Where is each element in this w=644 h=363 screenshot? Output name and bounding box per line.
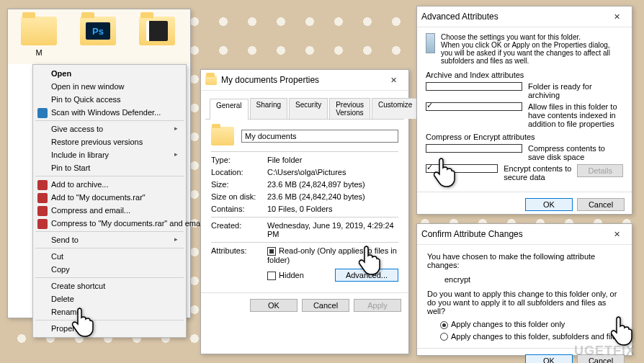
- close-icon[interactable]: ✕: [606, 9, 627, 24]
- archive-icon: [37, 219, 48, 229]
- menu-create-shortcut[interactable]: Create shortcut: [35, 279, 184, 292]
- menu-restore-versions[interactable]: Restore previous versions: [35, 135, 184, 148]
- radio-label: Apply changes to this folder, subfolders…: [451, 332, 620, 341]
- section-compress-label: Compress or Encrypt attributes: [426, 133, 623, 141]
- hidden-checkbox-row[interactable]: Hidden: [267, 271, 304, 280]
- menu-delete[interactable]: Delete: [35, 292, 184, 305]
- menu-copy[interactable]: Copy: [35, 263, 184, 276]
- tab-customize[interactable]: Customize: [372, 98, 419, 119]
- folder-icon: [21, 17, 57, 45]
- menu-pin-quick-access[interactable]: Pin to Quick access: [35, 93, 184, 106]
- menu-add-archive[interactable]: Add to archive...: [35, 178, 184, 191]
- radio-folder-only[interactable]: Apply changes to this folder only: [440, 320, 622, 329]
- separator: [211, 217, 398, 218]
- archive-icon: [37, 206, 48, 216]
- menu-include-library[interactable]: Include in library: [35, 148, 184, 161]
- menu-give-access[interactable]: Give access to: [35, 122, 184, 135]
- menu-send-to[interactable]: Send to: [35, 233, 184, 246]
- close-icon[interactable]: ✕: [606, 227, 627, 241]
- close-icon[interactable]: ✕: [383, 73, 404, 87]
- checkbox-icon: [267, 272, 276, 280]
- checkbox-label: Allow files in this folder to have conte…: [528, 102, 623, 128]
- allow-indexing-checkbox[interactable]: Allow files in this folder to have conte…: [426, 102, 623, 128]
- dialog-button-row: OK Cancel Apply: [201, 292, 408, 318]
- folder-photoshop[interactable]: [77, 17, 119, 57]
- tab-previous-versions[interactable]: Previous Versions: [329, 98, 370, 119]
- label-attributes: Attributes:: [211, 246, 267, 282]
- value-size: 23.6 MB (24,824,897 bytes): [267, 180, 398, 189]
- compress-checkbox[interactable]: Compress contents to save disk space: [426, 144, 623, 161]
- menu-label: Add to archive...: [51, 180, 109, 189]
- menu-pin-start[interactable]: Pin to Start: [35, 161, 184, 174]
- advanced-button[interactable]: Advanced...: [335, 269, 398, 282]
- radio-icon: [440, 321, 448, 329]
- checkbox-icon: [426, 164, 498, 173]
- ok-button[interactable]: OK: [250, 299, 298, 312]
- readonly-checkbox-row[interactable]: Read-only (Only applies to files in fold…: [267, 246, 398, 264]
- ready-archiving-checkbox[interactable]: Folder is ready for archiving: [426, 82, 623, 99]
- cancel-button[interactable]: Cancel: [577, 198, 625, 211]
- separator: [35, 320, 184, 321]
- folder-name-input[interactable]: [241, 130, 398, 143]
- titlebar[interactable]: My documents Properties ✕: [201, 70, 408, 91]
- menu-label: Scan with Windows Defender...: [51, 108, 161, 117]
- window-title: My documents Properties: [221, 75, 383, 85]
- checkbox-icon: [426, 102, 522, 111]
- menu-compress-email[interactable]: Compress and email...: [35, 204, 184, 217]
- checkbox-label: Folder is ready for archiving: [528, 82, 623, 99]
- menu-scan-defender[interactable]: Scan with Windows Defender...: [35, 106, 184, 119]
- confirm-body: You have chosen to make the following at…: [417, 245, 632, 348]
- folder-mydocs[interactable]: M: [18, 17, 60, 57]
- separator: [211, 151, 398, 152]
- label-location: Location:: [211, 168, 267, 176]
- confirm-change: encrypt: [444, 275, 622, 284]
- menu-rename[interactable]: Rename: [35, 305, 184, 318]
- ok-button[interactable]: OK: [525, 198, 573, 211]
- label-created: Created:: [211, 221, 267, 238]
- checkbox-label: Compress contents to save disk space: [528, 144, 623, 161]
- folder-icon: [205, 76, 217, 85]
- ok-button[interactable]: OK: [525, 354, 573, 363]
- menu-add-rar[interactable]: Add to "My documents.rar": [35, 191, 184, 204]
- value-type: File folder: [267, 156, 398, 164]
- radio-subfolders-files[interactable]: Apply changes to this folder, subfolders…: [440, 332, 622, 341]
- encrypt-checkbox[interactable]: Encrypt contents to secure dataDetails: [426, 164, 623, 182]
- archive-icon: [37, 180, 48, 190]
- folder-dark[interactable]: [136, 17, 178, 57]
- menu-properties[interactable]: Properties: [35, 322, 184, 335]
- checkbox-icon: [267, 247, 276, 256]
- menu-compress-rar-email[interactable]: Compress to "My documents.rar" and email: [35, 217, 184, 230]
- folder-row: M: [8, 9, 190, 64]
- menu-label: Compress to "My documents.rar" and email: [51, 219, 204, 228]
- advanced-body: Choose the settings you want for this fo…: [417, 27, 632, 192]
- titlebar[interactable]: Advanced Attributes ✕: [417, 6, 632, 27]
- details-button[interactable]: Details: [577, 164, 623, 177]
- cancel-button[interactable]: Cancel: [302, 299, 349, 312]
- apply-button[interactable]: Apply: [354, 299, 401, 312]
- titlebar[interactable]: Confirm Attribute Changes ✕: [417, 224, 632, 245]
- menu-label: Add to "My documents.rar": [51, 193, 146, 202]
- separator: [35, 176, 184, 176]
- menu-open-new-window[interactable]: Open in new window: [35, 80, 184, 93]
- separator: [35, 120, 184, 121]
- value-location: C:\Users\olga\Pictures: [267, 168, 398, 176]
- tab-general[interactable]: General: [210, 99, 249, 120]
- context-menu: Open Open in new window Pin to Quick acc…: [32, 64, 187, 338]
- dialog-button-row: OK Cancel: [417, 192, 632, 217]
- separator: [35, 248, 184, 248]
- shield-icon: [37, 108, 48, 118]
- properties-dialog: My documents Properties ✕ General Sharin…: [200, 69, 409, 354]
- hidden-label: Hidden: [279, 271, 304, 279]
- tab-strip: General Sharing Security Previous Versio…: [205, 95, 404, 120]
- checkbox-icon: [426, 82, 522, 91]
- tab-sharing[interactable]: Sharing: [250, 98, 287, 119]
- folder-settings-icon: [426, 33, 435, 53]
- checkbox-icon: [426, 144, 522, 153]
- label-contains: Contains:: [211, 205, 267, 213]
- section-archive-label: Archive and Index attributes: [426, 71, 623, 79]
- label-size-on-disk: Size on disk:: [211, 192, 267, 201]
- tab-security[interactable]: Security: [289, 98, 328, 119]
- menu-open[interactable]: Open: [35, 67, 184, 80]
- separator: [211, 242, 398, 243]
- menu-cut[interactable]: Cut: [35, 250, 184, 263]
